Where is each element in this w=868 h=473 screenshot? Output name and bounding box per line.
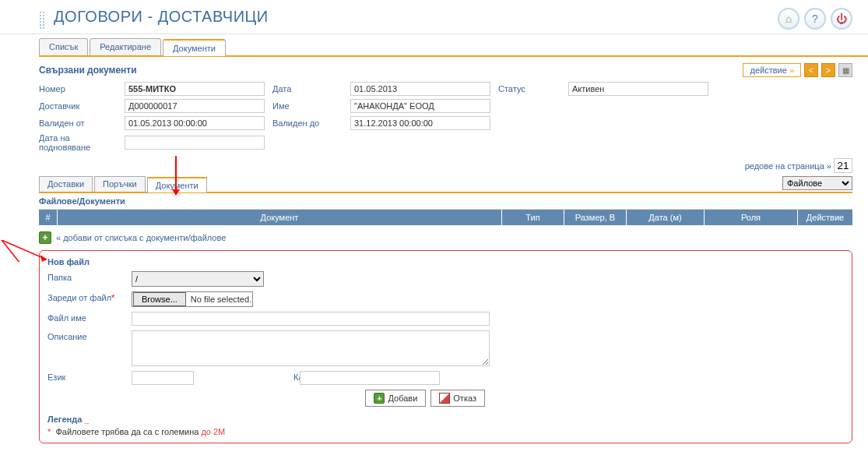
language-input[interactable] [132, 371, 194, 385]
add-row: + « добави от списъка с документи/файлов… [39, 231, 852, 244]
plus-icon: + [374, 393, 385, 404]
help-icon[interactable]: ? [804, 8, 826, 30]
chevron-right-icon: » [789, 65, 794, 75]
cancel-icon [439, 393, 450, 404]
th-type: Тип [502, 210, 564, 225]
new-file-box: Нов файл Папка / Зареди от файл* Browse.… [39, 250, 852, 443]
kato-input[interactable] [300, 371, 440, 385]
number-field[interactable] [125, 82, 265, 96]
rows-per-page: редове на страница » [39, 158, 852, 173]
header-icons: ⌂ ? ⏻ [778, 8, 852, 30]
nav-prev-button[interactable]: < [804, 63, 818, 77]
kato-label: Като [200, 371, 293, 382]
add-file-button[interactable]: + Добави [365, 390, 426, 407]
power-icon[interactable]: ⏻ [831, 8, 852, 30]
date-field[interactable] [350, 82, 490, 96]
legend-title: Легенда _ [47, 415, 844, 424]
status-field[interactable] [568, 82, 708, 96]
page-title: ДОГОВОРИ - ДОСТАВЧИЦИ [54, 8, 269, 25]
th-action: Действие [798, 210, 852, 225]
supplier-label: Доставчик [39, 101, 117, 111]
red-arrow-to-add-icon [0, 240, 47, 262]
description-label: Описание [47, 330, 125, 341]
legend-text: * Файловете трябва да са с големина до 2… [47, 427, 844, 436]
add-from-list-link[interactable]: « добави от списъка с документи/файлове [56, 233, 226, 242]
section-head: Свързани документи действие » < > ▦ [39, 63, 852, 77]
folder-label: Папка [47, 271, 125, 282]
th-size: Размер, B [564, 210, 627, 225]
th-date: Дата (м) [627, 210, 705, 225]
number-label: Номер [39, 84, 117, 94]
tab-list[interactable]: Списък [39, 38, 88, 55]
subtab-deliveries[interactable]: Доставки [39, 176, 93, 192]
red-arrow-annotation [175, 156, 177, 195]
date-label: Дата [272, 84, 343, 94]
no-file-text: No file selected. [186, 295, 251, 304]
content: Свързани документи действие » < > ▦ Номе… [39, 57, 852, 443]
home-icon[interactable]: ⌂ [778, 8, 799, 30]
rows-per-page-input[interactable] [834, 158, 852, 173]
sub-tabs: Доставки Поръчки Документи Файлове [39, 176, 852, 193]
tab-documents[interactable]: Документи [163, 39, 226, 56]
main-tabs: Списък Редактиране Документи [39, 38, 868, 57]
th-role: Роля [705, 210, 798, 225]
filename-input[interactable] [132, 312, 490, 326]
svg-marker-1 [40, 255, 47, 262]
action-button[interactable]: действие » [743, 63, 801, 77]
new-file-title: Нов файл [47, 257, 844, 267]
supplier-field[interactable] [125, 99, 265, 113]
files-select[interactable]: Файлове [782, 176, 852, 190]
description-textarea[interactable] [132, 330, 490, 366]
folder-select[interactable]: / [132, 271, 264, 287]
svg-line-0 [2, 240, 47, 259]
form-grid: Номер Дата Статус Доставчик Име Валиден … [39, 82, 852, 152]
section-title: Свързани документи [39, 65, 137, 76]
valid-from-field[interactable] [125, 116, 265, 130]
subtab-orders[interactable]: Поръчки [94, 176, 146, 192]
browse-button[interactable]: Browse... [133, 292, 186, 306]
valid-to-label: Валиден до [272, 118, 343, 128]
title-dots-icon [39, 11, 45, 30]
language-label: Език [47, 371, 125, 382]
table-header: # Документ Тип Размер, B Дата (м) Роля Д… [39, 210, 852, 225]
renewal-field[interactable] [125, 136, 265, 150]
th-document: Документ [58, 210, 502, 225]
cancel-button[interactable]: Отказ [430, 390, 485, 407]
name-field[interactable] [350, 99, 490, 113]
name-label: Име [272, 101, 343, 111]
nav-next-button[interactable]: > [821, 63, 835, 77]
tab-edit[interactable]: Редактиране [90, 38, 161, 55]
nav-grid-button[interactable]: ▦ [838, 63, 852, 77]
filename-label: Файл име [47, 312, 125, 323]
status-label: Статус [498, 84, 561, 94]
load-label: Зареди от файл* [47, 291, 125, 302]
files-title: Файлове/Документи [39, 193, 852, 210]
renewal-label: Дата на подновяване [39, 133, 117, 152]
th-hash: # [39, 210, 58, 225]
header: ДОГОВОРИ - ДОСТАВЧИЦИ ⌂ ? ⏻ [0, 0, 868, 34]
valid-from-label: Валиден от [39, 118, 117, 128]
valid-to-field[interactable] [350, 116, 490, 130]
